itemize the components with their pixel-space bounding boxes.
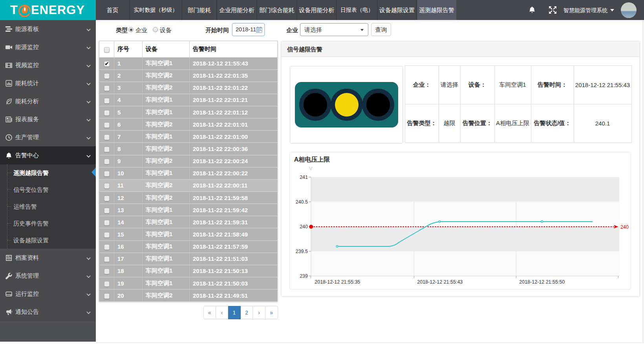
svg-text:239: 239 <box>300 273 308 279</box>
svg-text:240.5: 240.5 <box>295 199 307 205</box>
svg-text:2018-12-12 21:55:35: 2018-12-12 21:55:35 <box>315 279 360 285</box>
svg-text:2018-12-12 21:55:50: 2018-12-12 21:55:50 <box>519 279 565 285</box>
svg-text:240: 240 <box>620 224 629 230</box>
svg-text:2018-12-12 21:55:43: 2018-12-12 21:55:43 <box>417 279 463 285</box>
svg-text:V: V <box>309 166 313 171</box>
svg-text:239.5: 239.5 <box>295 249 307 254</box>
svg-text:241: 241 <box>300 175 308 180</box>
svg-text:240: 240 <box>300 224 308 229</box>
